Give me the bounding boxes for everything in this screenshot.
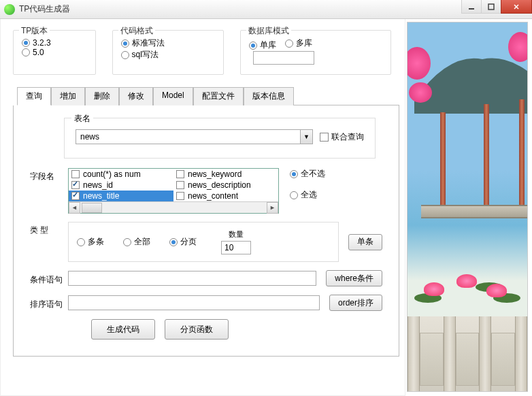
tab-update[interactable]: 修改 xyxy=(119,87,153,105)
titlebar: TP代码生成器 xyxy=(0,0,532,19)
tab-query[interactable]: 查询 xyxy=(17,87,51,105)
radio-type-all[interactable]: 全部 xyxy=(123,236,150,248)
single-button[interactable]: 单条 xyxy=(348,234,382,250)
field-list[interactable]: count(*) as num news_id news_title news_… xyxy=(68,168,279,214)
where-button[interactable]: where条件 xyxy=(326,270,382,286)
field-item[interactable]: news_title xyxy=(69,191,173,201)
tabs: 查询 增加 删除 修改 Model 配置文件 版本信息 xyxy=(17,87,399,105)
table-label: 表名 xyxy=(71,113,93,125)
scroll-left-icon[interactable]: ◄ xyxy=(69,202,80,214)
table-dropdown-button[interactable]: ▼ xyxy=(301,129,313,144)
order-label: 排序语句 xyxy=(30,296,68,310)
field-item[interactable]: count(*) as num xyxy=(69,169,173,180)
group-format-label: 代码格式 xyxy=(118,25,155,37)
radio-format-sql[interactable]: sql写法 xyxy=(121,49,159,61)
order-input[interactable] xyxy=(68,295,320,310)
tab-model[interactable]: Model xyxy=(153,87,193,105)
group-version: TP版本 3.2.3 5.0 xyxy=(13,30,96,75)
group-dbmode: 数据库模式 单库 多库 xyxy=(240,30,391,75)
field-item[interactable]: news_description xyxy=(173,180,278,191)
radio-type-paginate[interactable]: 分页 xyxy=(169,236,197,248)
qty-label: 数量 xyxy=(229,229,244,240)
close-button[interactable] xyxy=(501,0,532,14)
app-icon xyxy=(4,4,15,15)
field-item[interactable]: news_id xyxy=(69,180,173,191)
maximize-button[interactable] xyxy=(481,0,501,14)
window-title: TP代码生成器 xyxy=(19,3,70,15)
order-button[interactable]: order排序 xyxy=(329,295,382,311)
tab-config[interactable]: 配置文件 xyxy=(193,87,244,105)
condition-input[interactable] xyxy=(68,271,316,286)
decorative-image xyxy=(407,22,528,392)
field-item[interactable]: news_keyword xyxy=(173,169,278,180)
generate-button[interactable]: 生成代码 xyxy=(91,319,155,340)
group-format: 代码格式 标准写法 sql写法 xyxy=(112,30,224,75)
radio-db-single[interactable]: 单库 xyxy=(249,39,276,51)
union-query-checkbox[interactable]: 联合查询 xyxy=(320,131,364,143)
radio-version-50[interactable]: 5.0 xyxy=(22,48,44,57)
scroll-thumb[interactable] xyxy=(82,203,102,213)
minimize-button[interactable] xyxy=(461,0,482,14)
tab-content: 表名 ▼ 联合查询 字段名 count(*) as num news_id xyxy=(13,105,399,357)
qty-input[interactable] xyxy=(221,241,251,254)
chevron-down-icon: ▼ xyxy=(303,133,310,140)
radio-db-multi[interactable]: 多库 xyxy=(285,37,312,49)
fields-label: 字段名 xyxy=(30,168,68,182)
db-name-input[interactable] xyxy=(253,51,314,65)
tab-delete[interactable]: 删除 xyxy=(85,87,119,105)
radio-version-323[interactable]: 3.2.3 xyxy=(22,38,51,48)
radio-format-standard[interactable]: 标准写法 xyxy=(121,37,165,49)
tab-add[interactable]: 增加 xyxy=(51,87,85,105)
group-version-label: TP版本 xyxy=(19,25,50,37)
table-dropdown-input[interactable] xyxy=(76,129,301,144)
tab-about[interactable]: 版本信息 xyxy=(244,87,294,105)
type-label: 类 型 xyxy=(30,222,68,236)
condition-label: 条件语句 xyxy=(30,271,68,286)
svg-rect-0 xyxy=(469,8,474,10)
field-item[interactable]: news_content xyxy=(173,191,278,201)
group-dbmode-label: 数据库模式 xyxy=(246,25,291,37)
radio-type-multi[interactable]: 多条 xyxy=(77,236,104,248)
section-table: 表名 ▼ 联合查询 xyxy=(64,118,376,159)
radio-select-all[interactable]: 全选 xyxy=(290,189,325,201)
field-list-hscroll[interactable]: ◄ ► xyxy=(69,201,278,213)
radio-select-none[interactable]: 全不选 xyxy=(290,168,325,180)
scroll-right-icon[interactable]: ► xyxy=(267,202,278,214)
svg-rect-1 xyxy=(488,4,494,10)
paginate-button[interactable]: 分页函数 xyxy=(165,319,229,340)
